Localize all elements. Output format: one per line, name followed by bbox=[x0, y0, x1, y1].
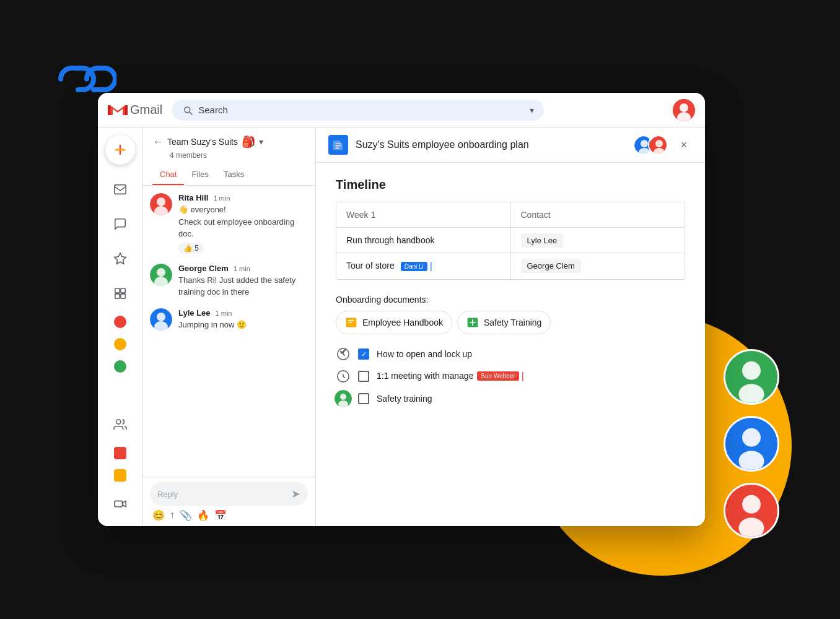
sidebar-item-video[interactable] bbox=[105, 489, 135, 519]
msg-avatar-1 bbox=[150, 193, 172, 215]
msg-text-3: Jumping in now 🙂 bbox=[178, 319, 308, 331]
svg-rect-46 bbox=[348, 322, 352, 323]
browser-window: Gmail Search ▾ bbox=[98, 93, 705, 526]
table-cell-2-1: Tour of store Dani Li | bbox=[336, 253, 511, 279]
checklist-text-1: How to open and lock up bbox=[377, 349, 685, 359]
header-user-avatar[interactable] bbox=[673, 99, 695, 121]
assign-icon-1 bbox=[336, 347, 351, 361]
msg-name-1: Rita Hill bbox=[178, 193, 208, 202]
compose-button[interactable] bbox=[105, 135, 135, 165]
chat-messages: Rita Hill 1 min 👋 everyone!Check out emp… bbox=[142, 186, 315, 477]
svg-point-4 bbox=[742, 428, 761, 447]
assign-icon-3 bbox=[336, 391, 351, 406]
table-cell-1-2: Lyle Lee bbox=[511, 228, 685, 253]
assign-avatar-3 bbox=[335, 390, 352, 407]
svg-rect-20 bbox=[115, 288, 119, 293]
msg-header-2: George Clem 1 min bbox=[178, 264, 308, 273]
fire-icon[interactable]: 🔥 bbox=[197, 509, 209, 521]
msg-time-3: 1 min bbox=[216, 310, 232, 317]
msg-header-1: Rita Hill 1 min bbox=[178, 193, 308, 202]
checkbox-1[interactable] bbox=[358, 348, 369, 360]
chat-message-2: George Clem 1 min Thanks Ri! Just added … bbox=[150, 264, 308, 298]
msg-time-2: 1 min bbox=[234, 265, 250, 272]
side-avatar-3 bbox=[724, 483, 779, 539]
main-content: ← Team Suzy's Suits 🎒 ▾ 4 members Chat F… bbox=[98, 128, 705, 526]
checklist-item-2: 1:1 meeting with manage Sue Webber | bbox=[336, 369, 685, 384]
plus-icon-svg bbox=[466, 316, 479, 329]
compose-icon bbox=[113, 142, 128, 157]
sidebar-item-starred[interactable] bbox=[105, 244, 135, 274]
members-count: 4 members bbox=[170, 151, 305, 160]
emoji-icon[interactable]: 😊 bbox=[152, 509, 165, 521]
contact-lyle: Lyle Lee bbox=[521, 233, 564, 248]
checklist-text-3: Safety training bbox=[377, 394, 685, 404]
msg-content-2: George Clem 1 min Thanks Ri! Just added … bbox=[178, 264, 308, 298]
chip-safety-training[interactable]: Safety Training bbox=[457, 311, 551, 334]
svg-rect-10 bbox=[108, 105, 110, 115]
upload-icon[interactable]: ↑ bbox=[170, 509, 175, 521]
svg-point-24 bbox=[116, 420, 120, 424]
svg-point-42 bbox=[655, 140, 663, 147]
doc-chips-row: Employee Handbook Safety T bbox=[336, 311, 685, 334]
color-dot-red bbox=[114, 316, 126, 328]
chat-message-1: Rita Hill 1 min 👋 everyone!Check out emp… bbox=[150, 193, 308, 254]
tab-chat[interactable]: Chat bbox=[152, 165, 184, 185]
checkbox-2[interactable] bbox=[358, 371, 369, 382]
mail-icon bbox=[113, 183, 127, 196]
doc-avatar-2 bbox=[648, 135, 668, 155]
svg-point-5 bbox=[738, 451, 764, 472]
header-avatar-image bbox=[673, 99, 695, 121]
table-row-2: Tour of store Dani Li | George Clem bbox=[336, 253, 685, 279]
tab-tasks[interactable]: Tasks bbox=[216, 165, 252, 185]
george-avatar bbox=[150, 264, 172, 286]
checklist-item-3: Safety training bbox=[336, 391, 685, 406]
msg-avatar-3 bbox=[150, 308, 172, 331]
side-avatar-3-face bbox=[725, 483, 777, 539]
side-avatar-1-face bbox=[725, 349, 777, 405]
red-square-icon bbox=[114, 447, 126, 459]
spaces-icon bbox=[113, 287, 127, 300]
docs-icon-svg bbox=[332, 139, 344, 151]
back-arrow-icon[interactable]: ← bbox=[152, 136, 164, 149]
gmail-m-logo bbox=[108, 100, 128, 120]
svg-rect-23 bbox=[120, 294, 125, 298]
reply-input-area[interactable]: Reply ➤ bbox=[150, 482, 308, 506]
slides-icon bbox=[345, 316, 357, 329]
chat-icon bbox=[113, 217, 127, 231]
team-dropdown-arrow[interactable]: ▾ bbox=[259, 137, 263, 147]
chat-message-3: Lyle Lee 1 min Jumping in now 🙂 bbox=[150, 308, 308, 331]
doc-panel: Suzy's Suits employee onboarding plan bbox=[316, 128, 705, 526]
slides-icon-svg bbox=[345, 316, 357, 329]
search-dropdown-arrow[interactable]: ▾ bbox=[530, 105, 534, 115]
send-button[interactable]: ➤ bbox=[291, 487, 300, 501]
sidebar-item-contacts[interactable] bbox=[105, 410, 135, 439]
side-avatar-1 bbox=[724, 349, 779, 405]
chat-panel: ← Team Suzy's Suits 🎒 ▾ 4 members Chat F… bbox=[142, 128, 316, 526]
tab-files[interactable]: Files bbox=[184, 165, 216, 185]
attach-icon[interactable]: 📎 bbox=[180, 509, 192, 521]
checklist-text-2: 1:1 meeting with manage Sue Webber | bbox=[377, 371, 685, 382]
reply-icons-row: 😊 ↑ 📎 🔥 📅 bbox=[150, 509, 308, 521]
sidebar-item-chat[interactable] bbox=[105, 209, 135, 239]
sidebar-item-spaces[interactable] bbox=[105, 279, 135, 308]
msg-reaction-1[interactable]: 👍 5 bbox=[178, 243, 204, 254]
sidebar-item-mail[interactable] bbox=[105, 175, 135, 204]
checkbox-3[interactable] bbox=[358, 393, 369, 404]
plus-icon bbox=[466, 316, 479, 329]
table-col-contact: Contact bbox=[511, 202, 685, 227]
contact-george: George Clem bbox=[521, 259, 581, 273]
starred-icon bbox=[113, 252, 127, 266]
svg-rect-45 bbox=[348, 320, 354, 321]
doc-type-icon bbox=[328, 135, 348, 155]
calendar-icon[interactable]: 📅 bbox=[214, 509, 227, 521]
team-name-label: Team Suzy's Suits bbox=[167, 137, 238, 147]
svg-rect-21 bbox=[120, 288, 125, 293]
doc-close-button[interactable]: × bbox=[675, 136, 693, 154]
search-bar[interactable]: Search ▾ bbox=[172, 100, 544, 121]
table-col-week: Week 1 bbox=[336, 202, 511, 227]
assign-task-icon-2 bbox=[336, 370, 350, 383]
table-cell-1-1: Run through handbook bbox=[336, 228, 511, 253]
chip-employee-handbook[interactable]: Employee Handbook bbox=[336, 311, 452, 334]
svg-point-27 bbox=[157, 197, 165, 206]
assign-person-avatar-3 bbox=[335, 390, 352, 407]
